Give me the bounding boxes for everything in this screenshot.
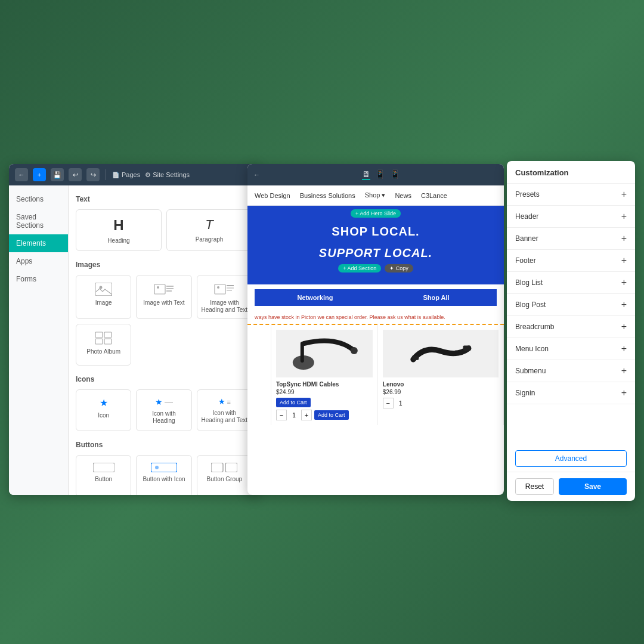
custom-item-header[interactable]: Header + [507, 206, 635, 228]
qty-minus-1[interactable]: − [276, 410, 287, 420]
icon-heading-text-element[interactable]: ★≡ Icon with Heading and Text [197, 389, 252, 431]
hero-line1: SHOP LOCAL. [259, 224, 492, 239]
button-with-icon-icon [151, 463, 177, 472]
copy-badge[interactable]: ✦ Copy [385, 264, 413, 273]
qty-minus-2[interactable]: − [383, 398, 394, 408]
left-panel-body: Sections Saved Sections Elements Apps Fo… [9, 185, 259, 495]
button-icon-label: Button with Icon [143, 476, 185, 483]
image-heading-text-element[interactable]: Image with Heading and Text [197, 275, 252, 319]
left-panel-toolbar: ← + 💾 ↩ ↪ 📄 Pages ⚙ Site Settings [9, 164, 259, 185]
custom-item-signin[interactable]: Signin + [507, 382, 635, 404]
svg-point-23 [351, 347, 358, 354]
nav-c3lance[interactable]: C3Lance [421, 192, 447, 199]
sidebar-item-elements[interactable]: Elements [9, 234, 68, 252]
add-to-cart-inline-1[interactable]: Add to Cart [314, 410, 349, 420]
sidebar-item-sections[interactable]: Sections [9, 190, 68, 208]
button-icon-element[interactable]: Button with Icon [136, 455, 191, 495]
custom-item-menu-icon[interactable]: Menu Icon + [507, 338, 635, 360]
qty-val-1: 1 [289, 412, 299, 419]
advanced-button[interactable]: Advanced [515, 450, 627, 467]
tablet-icon[interactable]: 📱 [375, 169, 385, 180]
nav-business-solutions[interactable]: Business Solutions [300, 192, 355, 199]
qty-controls-2: − 1 [383, 398, 499, 408]
button-group-element[interactable]: Button Group [197, 455, 252, 495]
desktop-icon[interactable]: 🖥 [362, 169, 370, 180]
qty-controls-1: − 1 + Add to Cart [276, 410, 373, 420]
image-element[interactable]: Image [76, 275, 131, 319]
custom-item-banner[interactable]: Banner + [507, 228, 635, 250]
heading-label: Heading [107, 237, 129, 244]
header-plus-icon: + [621, 212, 627, 221]
custom-item-blog-list[interactable]: Blog List + [507, 272, 635, 294]
custom-item-presets[interactable]: Presets + [507, 184, 635, 206]
undo-btn[interactable]: ↩ [69, 168, 82, 181]
product-name-2: Lenovo [383, 381, 499, 388]
svg-rect-15 [104, 339, 112, 344]
image-heading-text-icon [214, 283, 234, 296]
button-icon [93, 463, 114, 472]
footer-plus-icon: + [621, 256, 627, 265]
button-element[interactable]: Button [76, 455, 131, 495]
menu-icon-plus-icon: + [621, 344, 627, 354]
sidebar-item-forms[interactable]: Forms [9, 270, 68, 288]
website-back-btn[interactable]: ← [253, 171, 260, 178]
sidebar-item-apps[interactable]: Apps [9, 252, 68, 270]
image-text-label: Image with Text [143, 299, 184, 306]
svg-point-8 [217, 286, 219, 289]
photo-album-element[interactable]: Photo Album [76, 324, 131, 366]
customization-title: Customization [515, 168, 627, 177]
qty-plus-1[interactable]: + [301, 410, 312, 420]
presets-plus-icon: + [621, 190, 627, 199]
left-panel: ← + 💾 ↩ ↪ 📄 Pages ⚙ Site Settings Sectio… [9, 164, 259, 495]
right-panel-header: Customization [507, 161, 635, 184]
icon-heading-element[interactable]: ★— Icon with Heading [136, 389, 191, 431]
networking-btn[interactable]: Networking [255, 289, 376, 306]
svg-rect-7 [215, 284, 225, 294]
nav-web-design[interactable]: Web Design [255, 192, 290, 199]
icons-element-grid: ★ Icon ★— Icon with Heading ★≡ Icon with… [76, 389, 252, 431]
custom-item-footer[interactable]: Footer + [507, 250, 635, 272]
photo-album-icon [95, 332, 113, 345]
paragraph-icon: T [205, 217, 213, 233]
website-nav: Web Design Business Solutions Shop ▾ New… [247, 185, 504, 206]
image-text-element[interactable]: Image with Text [136, 275, 191, 319]
website-toolbar: ← 🖥 📱 📱 [247, 164, 504, 185]
website-notice: ways have stock in Picton we can special… [247, 311, 504, 325]
custom-item-blog-post[interactable]: Blog Post + [507, 294, 635, 316]
save-button[interactable]: Save [559, 478, 627, 495]
product-card-0 [247, 325, 271, 425]
heading-element[interactable]: H Heading [76, 209, 162, 251]
images-element-grid: Image Image with Text Image with Heading… [76, 275, 252, 366]
device-icons: 🖥 📱 📱 [362, 169, 400, 180]
redo-btn[interactable]: ↪ [86, 168, 100, 181]
pages-label[interactable]: 📄 Pages [112, 171, 140, 178]
customization-list: Presets + Header + Banner + Footer + Blo… [507, 184, 635, 445]
custom-item-breadcrumb[interactable]: Breadcrumb + [507, 316, 635, 338]
back-btn[interactable]: ← [15, 168, 28, 181]
image-text-icon [154, 283, 174, 296]
photo-album-label: Photo Album [86, 348, 120, 355]
buttons-section-title: Buttons [76, 441, 252, 449]
sidebar-item-saved-sections[interactable]: Saved Sections [9, 208, 68, 234]
site-settings-label[interactable]: ⚙ Site Settings [145, 171, 190, 179]
reset-button[interactable]: Reset [515, 478, 554, 495]
product-price-2: $26.99 [383, 389, 499, 395]
button-group-label: Button Group [207, 476, 242, 483]
add-to-cart-btn-1[interactable]: Add to Cart [276, 398, 311, 407]
svg-rect-13 [104, 332, 112, 338]
save-toolbar-btn[interactable]: 💾 [51, 168, 64, 181]
shop-all-btn[interactable]: Shop All [376, 289, 497, 306]
product-card-2: Lenovo $26.99 − 1 [378, 325, 504, 425]
nav-news[interactable]: News [395, 192, 411, 199]
paragraph-element[interactable]: T Paragraph [166, 209, 252, 251]
add-section-badge[interactable]: + Add Section [338, 264, 381, 273]
add-btn[interactable]: + [33, 168, 46, 181]
product-name-1: TopSync HDMI Cables [276, 381, 373, 388]
icon-label: Icon [98, 412, 109, 419]
icon-element[interactable]: ★ Icon [76, 389, 131, 431]
hero-badge[interactable]: + Add Hero Slide [351, 209, 401, 218]
custom-item-submenu[interactable]: Submenu + [507, 360, 635, 382]
mobile-icon[interactable]: 📱 [390, 169, 400, 180]
nav-shop[interactable]: Shop ▾ [365, 191, 386, 199]
divider [106, 169, 106, 180]
